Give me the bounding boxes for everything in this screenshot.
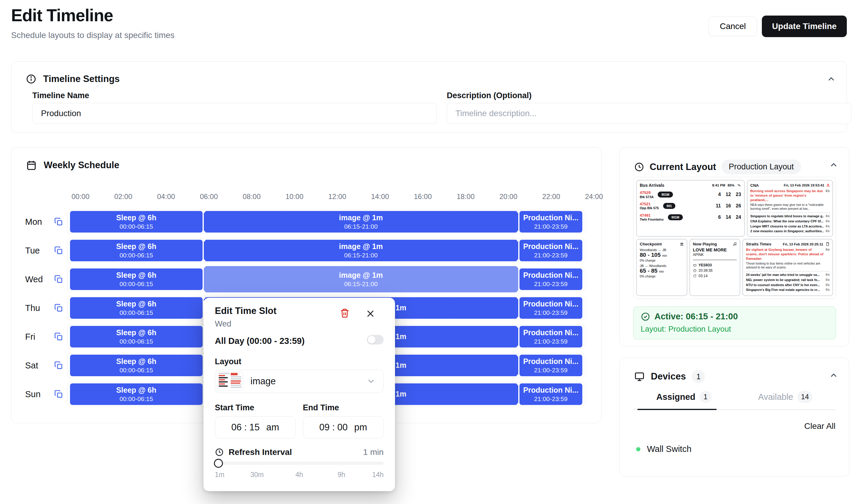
- start-time-label: Start Time: [215, 403, 254, 413]
- axis-label: 06:00: [200, 192, 218, 201]
- active-status-text: Active: 06:15 - 21:00: [654, 312, 738, 321]
- axis-label: 00:00: [71, 192, 89, 201]
- resize-handle[interactable]: [202, 290, 206, 292]
- time-slot[interactable]: Sleep @ 6h00:00-06:15: [70, 240, 203, 261]
- resize-handle[interactable]: [202, 259, 206, 261]
- monitor-icon: [634, 371, 645, 382]
- resize-handle[interactable]: [202, 240, 206, 242]
- collapse-settings-chevron-up-icon[interactable]: [827, 75, 836, 84]
- time-slot[interactable]: Sleep @ 6h00:00-06:15: [70, 268, 203, 290]
- cna-panel-title: CNA: [751, 183, 759, 188]
- time-slot[interactable]: image @ 1m06:15-21:00: [204, 240, 518, 261]
- slot-time: 00:00-06:15: [119, 223, 153, 231]
- timeline-name-input[interactable]: [32, 103, 437, 124]
- tab-assigned[interactable]: Assigned 1: [633, 387, 735, 409]
- day-track: Sleep @ 6h00:00-06:15image @ 1m06:15-21:…: [67, 210, 585, 234]
- copy-day-icon[interactable]: [54, 303, 64, 313]
- day-label: Wed: [25, 274, 43, 284]
- slot-time: 00:00-06:15: [119, 251, 153, 259]
- update-timeline-button[interactable]: Update Timeline: [762, 16, 847, 37]
- device-row-wall-switch[interactable]: Wall Switch: [636, 444, 691, 454]
- bus-arrival-row: 47491Twin Fountains901M61424: [640, 213, 741, 222]
- time-slot[interactable]: Production Ni...21:00-23:59: [519, 326, 583, 348]
- resize-handle[interactable]: [516, 290, 520, 292]
- bus-arrival-row: 47529Blk 573A901M41223: [640, 190, 741, 199]
- time-slot[interactable]: Sleep @ 6h00:00-06:15: [70, 355, 203, 376]
- copy-day-icon[interactable]: [54, 217, 64, 227]
- copy-day-icon[interactable]: [54, 360, 64, 370]
- copy-day-icon[interactable]: [54, 332, 64, 342]
- time-slot[interactable]: Production Ni...21:00-23:59: [519, 268, 583, 290]
- straits-times-panel: Straits Times Fri, 13 Feb 2026 20:25:11 …: [742, 239, 833, 296]
- description-input[interactable]: [447, 103, 851, 124]
- slot-label: Production Ni...: [523, 386, 578, 395]
- collapse-devices-chevron-up-icon[interactable]: [829, 371, 838, 380]
- checkpoint-unit-1: min: [662, 254, 667, 257]
- cna-timestamp: Fri, 13 Feb 2026 19:53:41: [784, 183, 824, 187]
- time-slot[interactable]: Sleep @ 6h00:00-06:15: [70, 326, 203, 348]
- copy-day-icon[interactable]: [54, 246, 64, 256]
- layout-select[interactable]: image: [215, 370, 384, 393]
- now-playing-station: YES933: [699, 263, 712, 267]
- end-time-input[interactable]: 09 : 00 pm: [303, 416, 384, 438]
- axis-label: 22:00: [542, 192, 560, 201]
- slot-time: 21:00-23:59: [534, 251, 568, 259]
- clear-all-button[interactable]: Clear All: [804, 421, 836, 431]
- page-subtitle: Schedule layouts to display at specific …: [11, 31, 174, 40]
- slot-label: Sleep @ 6h: [116, 357, 156, 366]
- slider-knob[interactable]: [214, 459, 223, 468]
- building-icon: [680, 242, 684, 246]
- slider-ticks: 1m30m4h9h14h: [215, 471, 384, 479]
- cna-subtext: NEA says these gases may give rise to a …: [751, 203, 829, 211]
- checkpoint-range-2: 65 - 85: [640, 268, 657, 274]
- cna-news-panel: CNA Fri, 13 Feb 2026 19:53:41 Λ Burning …: [747, 180, 833, 237]
- time-slot[interactable]: Production Ni...21:00-23:59: [519, 383, 583, 405]
- resize-handle[interactable]: [516, 266, 520, 268]
- time-slot[interactable]: Sleep @ 6h00:00-06:15: [70, 211, 203, 233]
- slot-time: 00:00-06:15: [119, 309, 153, 317]
- refresh-interval-slider[interactable]: [215, 462, 384, 465]
- chevron-down-icon: [367, 377, 375, 386]
- time-slot[interactable]: image @ 1m06:15-21:00: [204, 211, 518, 233]
- tab-available[interactable]: Available 14: [735, 387, 836, 409]
- cancel-button[interactable]: Cancel: [709, 16, 757, 36]
- slider-tick-label: 9h: [338, 471, 345, 479]
- slot-label: Sleep @ 6h: [116, 213, 156, 222]
- time-slot[interactable]: Production Ni...21:00-23:59: [519, 211, 583, 233]
- slot-time: 21:00-23:59: [534, 223, 568, 231]
- resize-handle[interactable]: [202, 230, 206, 233]
- copy-day-icon[interactable]: [54, 274, 64, 284]
- close-modal-x-icon[interactable]: [366, 309, 375, 318]
- time-slot[interactable]: Sleep @ 6h00:00-06:15: [70, 297, 203, 319]
- bus-arrivals-panel: Bus Arrivals 8:41 PM 85% 47529Blk 573A90…: [636, 180, 745, 237]
- collapse-layout-chevron-up-icon[interactable]: [829, 161, 838, 170]
- slot-label: image @ 1m: [339, 271, 383, 280]
- refresh-interval-label: Refresh Interval: [229, 448, 292, 457]
- all-day-toggle[interactable]: [367, 335, 384, 345]
- time-slot[interactable]: Production Ni...21:00-23:59: [519, 297, 583, 319]
- occluded-slot-label-fragment: 1m: [396, 360, 406, 370]
- calendar-icon: [26, 159, 37, 171]
- tab-assigned-label: Assigned: [656, 392, 695, 402]
- bus-service-badge: 901: [663, 203, 676, 209]
- tab-available-label: Available: [758, 392, 793, 402]
- slot-label: Sleep @ 6h: [116, 271, 156, 280]
- straits-headline-day: Fri: [826, 248, 829, 261]
- resize-handle[interactable]: [202, 211, 206, 213]
- toggle-knob: [368, 336, 375, 343]
- info-icon: [26, 73, 36, 84]
- time-slot[interactable]: Production Ni...21:00-23:59: [519, 355, 583, 376]
- slot-label: image @ 1m: [339, 213, 383, 222]
- time-slot[interactable]: Production Ni...21:00-23:59: [519, 240, 583, 261]
- copy-day-icon[interactable]: [54, 389, 64, 399]
- end-time-label: End Time: [303, 403, 339, 413]
- all-day-label: All Day (00:00 - 23:59): [215, 336, 305, 346]
- bus-arrival-row: 47521Opp Blk 575901111626: [640, 202, 741, 211]
- delete-slot-trash-icon[interactable]: [340, 308, 350, 318]
- time-slot[interactable]: Sleep @ 6h00:00-06:15: [70, 383, 203, 405]
- time-slot[interactable]: image @ 1m06:15-21:00: [204, 266, 518, 292]
- slot-label: Production Ni...: [523, 357, 578, 366]
- start-time-input[interactable]: 06 : 15 am: [215, 416, 296, 438]
- check-circle-icon: [641, 312, 650, 321]
- resize-handle[interactable]: [202, 266, 206, 268]
